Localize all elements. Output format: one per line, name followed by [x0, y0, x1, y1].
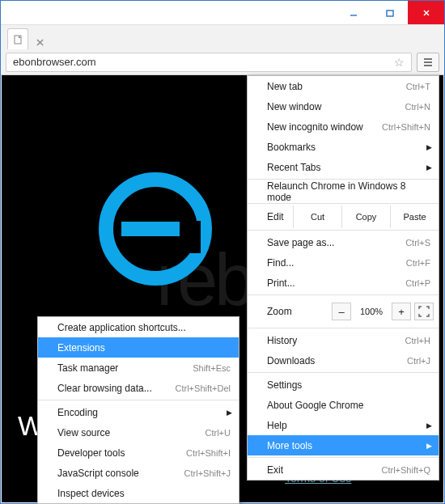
menu-separator — [248, 294, 439, 295]
menu-help[interactable]: Help▶ — [248, 415, 439, 435]
submenu-create-shortcuts[interactable]: Create application shortcuts... — [38, 317, 239, 337]
new-tab-button[interactable] — [32, 35, 48, 49]
ebon-logo — [99, 172, 212, 286]
menu-separator — [38, 400, 239, 400]
menu-paste-button[interactable]: Paste — [390, 205, 439, 228]
submenu-inspect[interactable]: Inspect devices — [38, 483, 239, 503]
menu-separator — [248, 457, 439, 458]
chevron-right-icon: ▶ — [426, 442, 432, 450]
chevron-right-icon: ▶ — [426, 421, 432, 430]
submenu-task-manager[interactable]: Task managerShift+Esc — [38, 358, 239, 378]
window-titlebar — [1, 1, 444, 25]
menu-find[interactable]: Find...Ctrl+F — [248, 252, 439, 273]
window-maximize-button[interactable] — [371, 1, 408, 24]
tab-strip — [1, 25, 444, 49]
menu-more-tools[interactable]: More tools▶ — [248, 435, 439, 455]
menu-settings[interactable]: Settings — [248, 375, 439, 395]
submenu-encoding[interactable]: Encoding▶ — [38, 402, 239, 422]
browser-tab[interactable] — [7, 28, 28, 49]
menu-save-as[interactable]: Save page as...Ctrl+S — [248, 232, 439, 252]
bookmark-star-icon[interactable]: ☆ — [394, 56, 405, 69]
svg-rect-4 — [15, 36, 21, 44]
submenu-clear-data[interactable]: Clear browsing data...Ctrl+Shift+Del — [38, 378, 239, 398]
close-icon — [36, 39, 44, 46]
menu-exit[interactable]: ExitCtrl+Shift+Q — [248, 460, 439, 480]
menu-copy-button[interactable]: Copy — [341, 205, 390, 228]
page-icon — [13, 35, 23, 44]
zoom-value: 100% — [354, 307, 388, 316]
menu-separator — [248, 230, 439, 231]
chevron-right-icon: ▶ — [426, 143, 432, 151]
menu-separator — [248, 328, 439, 328]
window-minimize-button[interactable] — [335, 1, 371, 24]
menu-zoom-row: Zoom – 100% + — [248, 297, 439, 326]
menu-print[interactable]: Print...Ctrl+P — [248, 273, 439, 293]
chrome-menu-button[interactable] — [417, 53, 439, 72]
menu-edit-row: Edit Cut Copy Paste — [248, 205, 439, 228]
chrome-menu: New tabCtrl+T New windowCtrl+N New incog… — [247, 75, 439, 481]
more-tools-submenu: Create application shortcuts... Extensio… — [37, 316, 239, 504]
menu-bookmarks[interactable]: Bookmarks▶ — [248, 137, 439, 157]
menu-about[interactable]: About Google Chrome — [248, 395, 439, 415]
menu-cut-button[interactable]: Cut — [293, 205, 341, 228]
menu-separator — [248, 203, 439, 204]
zoom-in-button[interactable]: + — [392, 303, 411, 320]
menu-downloads[interactable]: DownloadsCtrl+J — [248, 350, 439, 371]
fullscreen-button[interactable] — [414, 303, 434, 320]
menu-edit-label: Edit — [248, 205, 293, 228]
menu-incognito[interactable]: New incognito windowCtrl+Shift+N — [248, 116, 439, 137]
menu-recent-tabs[interactable]: Recent Tabs▶ — [248, 157, 439, 177]
menu-new-window[interactable]: New windowCtrl+N — [248, 96, 439, 116]
menu-separator — [248, 372, 439, 373]
svg-rect-1 — [387, 11, 393, 16]
chevron-right-icon: ▶ — [426, 163, 432, 172]
submenu-js-console[interactable]: JavaScript consoleCtrl+Shift+J — [38, 463, 239, 483]
address-bar: ebonbrowser.com ☆ — [1, 49, 444, 75]
browser-window: ebonbrowser.com ☆ rebo WSER Terms of Use… — [0, 0, 445, 504]
menu-history[interactable]: HistoryCtrl+H — [248, 330, 439, 350]
url-input[interactable]: ebonbrowser.com ☆ — [6, 53, 412, 72]
zoom-out-button[interactable]: – — [332, 303, 351, 320]
hamburger-icon — [422, 57, 434, 68]
submenu-dev-tools[interactable]: Developer toolsCtrl+Shift+I — [38, 443, 239, 463]
chevron-right-icon: ▶ — [227, 409, 232, 417]
menu-relaunch[interactable]: Relaunch Chrome in Windows 8 mode — [248, 181, 439, 201]
fullscreen-icon — [418, 306, 430, 317]
logo-e-icon — [99, 172, 212, 286]
menu-zoom-label: Zoom — [248, 297, 304, 326]
window-close-button[interactable] — [408, 1, 444, 24]
submenu-view-source[interactable]: View sourceCtrl+U — [38, 422, 239, 443]
url-text: ebonbrowser.com — [13, 56, 96, 68]
menu-new-tab[interactable]: New tabCtrl+T — [248, 76, 439, 96]
submenu-extensions[interactable]: Extensions — [38, 337, 239, 358]
